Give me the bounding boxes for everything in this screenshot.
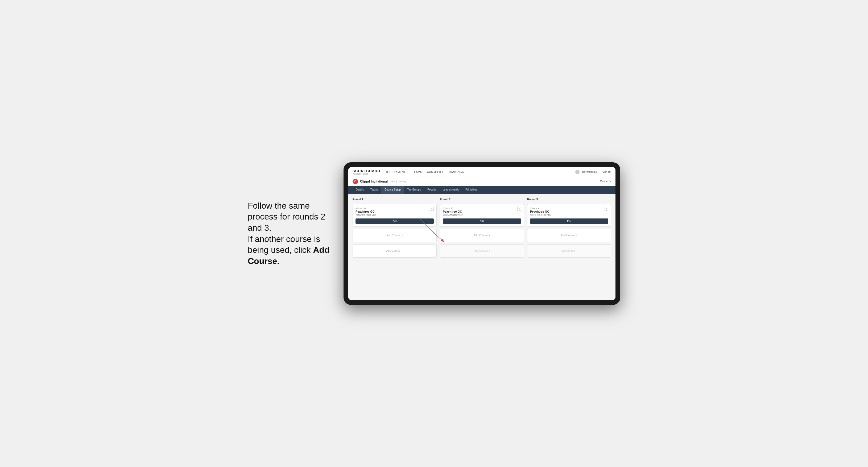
user-email: blair@clippd.io xyxy=(582,170,597,173)
round-3-add-course-1[interactable]: Add Course + xyxy=(527,229,611,242)
round-2-course-info: Yellow (M) (6629 yds) xyxy=(443,214,517,216)
nav-rankings[interactable]: RANKINGS xyxy=(449,170,464,174)
round-1-add-course-1-icon: + xyxy=(401,234,403,237)
round-2-add-course-1-label: Add Course xyxy=(474,234,488,237)
nav-right: blair@clippd.io | Sign out xyxy=(575,170,611,174)
tab-printables[interactable]: Printables xyxy=(462,186,480,194)
round-1-column: Round 1 (Course A) Peachtree GC Yellow (… xyxy=(352,198,437,257)
round-1-card-header: (Course A) Peachtree GC Yellow (M) (6629… xyxy=(355,207,434,218)
logo-sub: Powered by clippd xyxy=(352,173,380,175)
round-1-add-course-2[interactable]: Add Course + xyxy=(352,244,437,257)
tab-course-setup[interactable]: Course Setup xyxy=(381,186,404,194)
sub-header-left: C Clippd Invitational Men Hosting xyxy=(352,179,406,184)
round-3-column: Round 3 (Course A) Peachtree GC Yellow (… xyxy=(527,198,611,257)
logo-scoreboard: SCOREBOARD xyxy=(352,169,380,173)
round-2-column: Round 2 (Course A) Peachtree GC Yellow (… xyxy=(440,198,524,257)
round-3-add-course-2: Add Course + xyxy=(527,244,611,257)
round-3-add-course-2-label: Add Course xyxy=(561,249,575,252)
round-1-add-course-2-label: Add Course xyxy=(386,249,400,252)
round-1-delete-button[interactable]: ○ xyxy=(430,207,434,211)
nav-teams[interactable]: TEAMS xyxy=(412,170,422,174)
tab-results[interactable]: Results xyxy=(424,186,439,194)
round-2-course-card: (Course A) Peachtree GC Yellow (M) (6629… xyxy=(440,204,524,227)
round-2-add-course-1-icon: + xyxy=(489,234,490,237)
round-3-edit-button[interactable]: Edit xyxy=(530,218,608,224)
nav-committee[interactable]: COMMITTEE xyxy=(427,170,444,174)
round-2-add-course-2-label: Add Course xyxy=(474,249,488,252)
round-2-delete-button[interactable]: ○ xyxy=(517,207,521,211)
cancel-button[interactable]: Cancel ✕ xyxy=(600,180,611,183)
user-avatar xyxy=(575,170,580,174)
tabs-bar: Details Teams Course Setup Tee Groups Re… xyxy=(348,186,616,194)
top-nav: SCOREBOARD Powered by clippd TOURNAMENTS… xyxy=(348,167,616,177)
tab-teams[interactable]: Teams xyxy=(367,186,381,194)
rounds-grid: Round 1 (Course A) Peachtree GC Yellow (… xyxy=(352,198,611,257)
round-2-add-course-2: Add Course + xyxy=(440,244,524,257)
tab-leaderboards[interactable]: Leaderboards xyxy=(439,186,462,194)
sub-header: C Clippd Invitational Men Hosting Cancel… xyxy=(348,177,616,186)
round-3-delete-button[interactable]: ○ xyxy=(604,207,608,211)
round-3-course-card: (Course A) Peachtree GC Yellow (M) (6629… xyxy=(527,204,611,227)
round-2-card-header: (Course A) Peachtree GC Yellow (M) (6629… xyxy=(443,207,521,218)
round-3-add-course-1-icon: + xyxy=(576,234,578,237)
round-2-card-content: (Course A) Peachtree GC Yellow (M) (6629… xyxy=(443,207,517,218)
instruction-bold: Add Course. xyxy=(248,245,330,266)
round-1-add-course-1[interactable]: Add Course + xyxy=(352,229,437,242)
round-3-course-info: Yellow (M) (6629 yds) xyxy=(530,214,604,216)
clippd-logo: C xyxy=(352,179,358,184)
round-1-course-name: Peachtree GC xyxy=(355,210,430,213)
nav-links: TOURNAMENTS TEAMS COMMITTEE RANKINGS xyxy=(385,170,576,174)
round-1-course-label: (Course A) xyxy=(355,207,430,210)
round-1-label: Round 1 xyxy=(352,198,437,201)
round-1-add-course-2-icon: + xyxy=(401,249,403,252)
round-2-add-course-2-icon: + xyxy=(489,249,490,252)
event-title: Clippd Invitational xyxy=(360,180,388,183)
nav-tournaments[interactable]: TOURNAMENTS xyxy=(385,170,408,174)
round-1-course-card: (Course A) Peachtree GC Yellow (M) (6629… xyxy=(352,204,437,227)
round-3-card-header: (Course A) Peachtree GC Yellow (M) (6629… xyxy=(530,207,608,218)
round-1-card-content: (Course A) Peachtree GC Yellow (M) (6629… xyxy=(355,207,430,218)
round-1-edit-button[interactable]: Edit xyxy=(355,218,434,224)
round-3-course-name: Peachtree GC xyxy=(530,210,604,213)
tab-tee-groups[interactable]: Tee Groups xyxy=(404,186,424,194)
event-type-badge: Men xyxy=(390,180,397,183)
round-3-course-label: (Course A) xyxy=(530,207,604,210)
tab-details[interactable]: Details xyxy=(352,186,367,194)
hosting-badge: Hosting xyxy=(399,180,406,183)
round-2-course-name: Peachtree GC xyxy=(443,210,517,213)
round-2-label: Round 2 xyxy=(440,198,524,201)
round-2-add-course-1[interactable]: Add Course + xyxy=(440,229,524,242)
round-3-add-course-1-label: Add Course xyxy=(561,234,575,237)
round-3-card-content: (Course A) Peachtree GC Yellow (M) (6629… xyxy=(530,207,604,218)
cancel-icon: ✕ xyxy=(609,180,611,183)
round-1-course-info: Yellow (M) (6629 yds) xyxy=(355,214,430,216)
round-3-add-course-2-icon: + xyxy=(576,249,578,252)
cancel-label: Cancel xyxy=(600,180,608,183)
content-area: Round 1 (Course A) Peachtree GC Yellow (… xyxy=(348,194,616,300)
tablet-screen: SCOREBOARD Powered by clippd TOURNAMENTS… xyxy=(348,167,616,300)
round-1-add-course-1-label: Add Course xyxy=(386,234,400,237)
sign-out-link[interactable]: Sign out xyxy=(602,170,611,173)
tablet-frame: SCOREBOARD Powered by clippd TOURNAMENTS… xyxy=(344,162,620,305)
round-3-label: Round 3 xyxy=(527,198,611,201)
round-2-edit-button[interactable]: Edit xyxy=(443,218,521,224)
instruction-text: Follow the same process for rounds 2 and… xyxy=(248,201,330,266)
instruction-panel: Follow the same process for rounds 2 and… xyxy=(248,200,333,267)
round-2-course-label: (Course A) xyxy=(443,207,517,210)
logo-area: SCOREBOARD Powered by clippd xyxy=(352,169,380,175)
page-container: Follow the same process for rounds 2 and… xyxy=(248,162,620,305)
nav-separator: | xyxy=(600,170,600,173)
annotation-container: Round 1 (Course A) Peachtree GC Yellow (… xyxy=(352,198,611,257)
